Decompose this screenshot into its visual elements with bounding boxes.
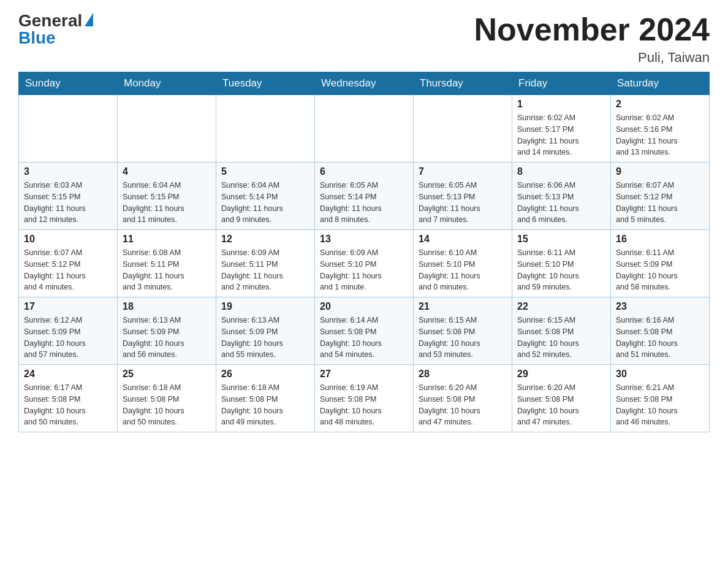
calendar-cell: 15Sunrise: 6:11 AM Sunset: 5:10 PM Dayli…	[512, 230, 611, 297]
day-number: 7	[419, 166, 507, 177]
day-info: Sunrise: 6:19 AM Sunset: 5:08 PM Dayligh…	[320, 382, 408, 428]
day-info: Sunrise: 6:15 AM Sunset: 5:08 PM Dayligh…	[517, 315, 605, 361]
day-info: Sunrise: 6:18 AM Sunset: 5:08 PM Dayligh…	[123, 382, 211, 428]
calendar-cell	[216, 95, 315, 163]
calendar-cell: 4Sunrise: 6:04 AM Sunset: 5:15 PM Daylig…	[118, 163, 216, 230]
calendar-week-row: 24Sunrise: 6:17 AM Sunset: 5:08 PM Dayli…	[19, 365, 710, 432]
calendar-cell: 1Sunrise: 6:02 AM Sunset: 5:17 PM Daylig…	[512, 95, 611, 163]
calendar-week-row: 1Sunrise: 6:02 AM Sunset: 5:17 PM Daylig…	[19, 95, 710, 163]
calendar-cell: 19Sunrise: 6:13 AM Sunset: 5:09 PM Dayli…	[216, 297, 315, 365]
calendar-cell: 6Sunrise: 6:05 AM Sunset: 5:14 PM Daylig…	[315, 163, 414, 230]
day-number: 22	[517, 301, 605, 312]
day-info: Sunrise: 6:21 AM Sunset: 5:08 PM Dayligh…	[616, 382, 704, 428]
weekday-header-friday: Friday	[512, 72, 611, 95]
day-info: Sunrise: 6:04 AM Sunset: 5:15 PM Dayligh…	[123, 180, 211, 226]
day-info: Sunrise: 6:07 AM Sunset: 5:12 PM Dayligh…	[616, 180, 704, 226]
day-number: 19	[221, 301, 309, 312]
page-header: General Blue November 2024 Puli, Taiwan	[18, 12, 710, 66]
calendar-cell	[414, 95, 512, 163]
day-info: Sunrise: 6:20 AM Sunset: 5:08 PM Dayligh…	[419, 382, 507, 428]
day-number: 15	[517, 234, 605, 245]
calendar-cell: 23Sunrise: 6:16 AM Sunset: 5:08 PM Dayli…	[611, 297, 710, 365]
calendar-week-row: 10Sunrise: 6:07 AM Sunset: 5:12 PM Dayli…	[19, 230, 710, 297]
calendar-week-row: 17Sunrise: 6:12 AM Sunset: 5:09 PM Dayli…	[19, 297, 710, 365]
calendar-cell: 28Sunrise: 6:20 AM Sunset: 5:08 PM Dayli…	[414, 365, 512, 432]
day-number: 2	[616, 99, 704, 110]
day-info: Sunrise: 6:14 AM Sunset: 5:08 PM Dayligh…	[320, 315, 408, 361]
calendar-cell: 22Sunrise: 6:15 AM Sunset: 5:08 PM Dayli…	[512, 297, 611, 365]
calendar-cell	[315, 95, 414, 163]
day-number: 6	[320, 166, 408, 177]
logo-general-text: General	[18, 12, 82, 29]
weekday-header-wednesday: Wednesday	[315, 72, 414, 95]
logo-blue-text: Blue	[18, 29, 56, 47]
day-info: Sunrise: 6:13 AM Sunset: 5:09 PM Dayligh…	[123, 315, 211, 361]
weekday-header-row: SundayMondayTuesdayWednesdayThursdayFrid…	[19, 72, 710, 95]
calendar-cell: 8Sunrise: 6:06 AM Sunset: 5:13 PM Daylig…	[512, 163, 611, 230]
calendar-cell: 13Sunrise: 6:09 AM Sunset: 5:10 PM Dayli…	[315, 230, 414, 297]
day-number: 13	[320, 234, 408, 245]
day-number: 5	[221, 166, 309, 177]
day-info: Sunrise: 6:20 AM Sunset: 5:08 PM Dayligh…	[517, 382, 605, 428]
weekday-header-tuesday: Tuesday	[216, 72, 315, 95]
calendar-table: SundayMondayTuesdayWednesdayThursdayFrid…	[18, 72, 710, 432]
calendar-cell: 27Sunrise: 6:19 AM Sunset: 5:08 PM Dayli…	[315, 365, 414, 432]
day-info: Sunrise: 6:13 AM Sunset: 5:09 PM Dayligh…	[221, 315, 309, 361]
month-title: November 2024	[474, 12, 710, 47]
calendar-cell: 5Sunrise: 6:04 AM Sunset: 5:14 PM Daylig…	[216, 163, 315, 230]
calendar-cell: 24Sunrise: 6:17 AM Sunset: 5:08 PM Dayli…	[19, 365, 118, 432]
day-number: 1	[517, 99, 605, 110]
day-info: Sunrise: 6:03 AM Sunset: 5:15 PM Dayligh…	[24, 180, 112, 226]
day-info: Sunrise: 6:11 AM Sunset: 5:09 PM Dayligh…	[616, 247, 704, 293]
day-number: 17	[24, 301, 112, 312]
logo: General Blue	[18, 12, 93, 47]
calendar-cell: 29Sunrise: 6:20 AM Sunset: 5:08 PM Dayli…	[512, 365, 611, 432]
day-number: 8	[517, 166, 605, 177]
calendar-cell: 18Sunrise: 6:13 AM Sunset: 5:09 PM Dayli…	[118, 297, 216, 365]
day-info: Sunrise: 6:08 AM Sunset: 5:11 PM Dayligh…	[123, 247, 211, 293]
day-number: 25	[123, 369, 211, 380]
day-info: Sunrise: 6:11 AM Sunset: 5:10 PM Dayligh…	[517, 247, 605, 293]
weekday-header-thursday: Thursday	[414, 72, 512, 95]
calendar-cell: 30Sunrise: 6:21 AM Sunset: 5:08 PM Dayli…	[611, 365, 710, 432]
calendar-cell: 16Sunrise: 6:11 AM Sunset: 5:09 PM Dayli…	[611, 230, 710, 297]
calendar-cell	[19, 95, 118, 163]
calendar-cell: 26Sunrise: 6:18 AM Sunset: 5:08 PM Dayli…	[216, 365, 315, 432]
logo-triangle-icon	[85, 13, 93, 26]
calendar-cell: 25Sunrise: 6:18 AM Sunset: 5:08 PM Dayli…	[118, 365, 216, 432]
calendar-cell: 10Sunrise: 6:07 AM Sunset: 5:12 PM Dayli…	[19, 230, 118, 297]
day-number: 26	[221, 369, 309, 380]
calendar-cell: 7Sunrise: 6:05 AM Sunset: 5:13 PM Daylig…	[414, 163, 512, 230]
calendar-cell: 20Sunrise: 6:14 AM Sunset: 5:08 PM Dayli…	[315, 297, 414, 365]
calendar-cell: 17Sunrise: 6:12 AM Sunset: 5:09 PM Dayli…	[19, 297, 118, 365]
day-info: Sunrise: 6:07 AM Sunset: 5:12 PM Dayligh…	[24, 247, 112, 293]
calendar-cell: 3Sunrise: 6:03 AM Sunset: 5:15 PM Daylig…	[19, 163, 118, 230]
day-number: 21	[419, 301, 507, 312]
day-number: 11	[123, 234, 211, 245]
day-number: 9	[616, 166, 704, 177]
day-info: Sunrise: 6:10 AM Sunset: 5:10 PM Dayligh…	[419, 247, 507, 293]
day-info: Sunrise: 6:02 AM Sunset: 5:16 PM Dayligh…	[616, 112, 704, 158]
weekday-header-monday: Monday	[118, 72, 216, 95]
day-number: 3	[24, 166, 112, 177]
day-number: 27	[320, 369, 408, 380]
day-number: 24	[24, 369, 112, 380]
calendar-cell: 12Sunrise: 6:09 AM Sunset: 5:11 PM Dayli…	[216, 230, 315, 297]
day-number: 14	[419, 234, 507, 245]
calendar-cell: 14Sunrise: 6:10 AM Sunset: 5:10 PM Dayli…	[414, 230, 512, 297]
location-text: Puli, Taiwan	[474, 50, 710, 66]
weekday-header-sunday: Sunday	[19, 72, 118, 95]
calendar-week-row: 3Sunrise: 6:03 AM Sunset: 5:15 PM Daylig…	[19, 163, 710, 230]
calendar-cell: 11Sunrise: 6:08 AM Sunset: 5:11 PM Dayli…	[118, 230, 216, 297]
day-info: Sunrise: 6:16 AM Sunset: 5:08 PM Dayligh…	[616, 315, 704, 361]
title-block: November 2024 Puli, Taiwan	[474, 12, 710, 66]
calendar-cell	[118, 95, 216, 163]
calendar-cell: 9Sunrise: 6:07 AM Sunset: 5:12 PM Daylig…	[611, 163, 710, 230]
day-number: 10	[24, 234, 112, 245]
day-number: 18	[123, 301, 211, 312]
day-info: Sunrise: 6:05 AM Sunset: 5:14 PM Dayligh…	[320, 180, 408, 226]
day-number: 4	[123, 166, 211, 177]
day-number: 30	[616, 369, 704, 380]
day-number: 12	[221, 234, 309, 245]
day-info: Sunrise: 6:15 AM Sunset: 5:08 PM Dayligh…	[419, 315, 507, 361]
